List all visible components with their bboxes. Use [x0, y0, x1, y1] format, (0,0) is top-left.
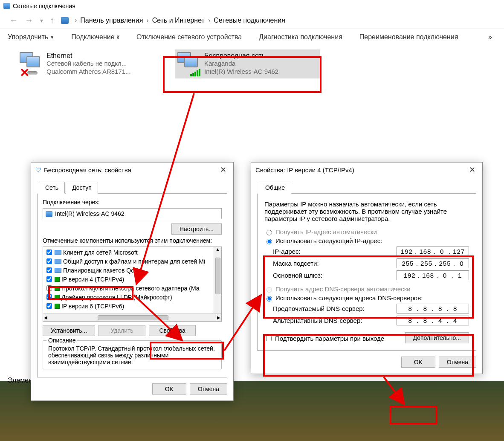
protocol-icon — [55, 250, 61, 255]
annotation-highlight-box — [390, 406, 437, 424]
protocol-icon — [55, 277, 60, 282]
tab-network[interactable]: Сеть — [39, 182, 65, 194]
dialog-title-bar: 🛡 Беспроводная сеть: свойства ✕ — [31, 162, 233, 177]
component-row-ipv4: IP версии 4 (TCP/IPv4) — [44, 275, 220, 284]
component-checkbox[interactable] — [46, 303, 52, 309]
toolbar-disable-device[interactable]: Отключение сетевого устройства — [136, 33, 242, 41]
tabs: Общие — [259, 181, 476, 194]
nav-back-icon[interactable]: ← — [9, 15, 18, 25]
tab-general[interactable]: Общие — [259, 182, 291, 194]
cancel-button[interactable]: Отмена — [190, 383, 227, 395]
nav-history-dropdown-icon[interactable]: ▾ — [40, 17, 43, 24]
truncated-text: Элемен — [8, 377, 32, 384]
install-button[interactable]: Установить... — [43, 325, 95, 336]
breadcrumb-item[interactable]: Сеть и Интернет — [152, 17, 205, 24]
svg-line-3 — [384, 377, 404, 404]
radio-auto-ip[interactable]: Получить IP-адрес автоматически — [264, 228, 469, 235]
ethernet-icon: ✕ — [20, 52, 43, 75]
configure-button[interactable]: Настроить... — [171, 223, 222, 235]
component-checkbox[interactable] — [46, 267, 52, 273]
connection-status: Сетевой кабель не подкл... — [46, 60, 131, 68]
breadcrumb-sep-icon: › — [75, 17, 77, 24]
description-title: Описание — [46, 337, 77, 344]
properties-button[interactable]: Свойства — [149, 325, 196, 336]
component-row: Планировщик пакетов QoS — [44, 266, 220, 275]
nav-up-icon[interactable]: ↑ — [50, 15, 54, 25]
intro-text: Параметры IP можно назначать автоматичес… — [264, 200, 469, 222]
ip-label: IP-адрес: — [273, 248, 397, 255]
navigation-bar: ← → ▾ ↑ › Панель управления › Сеть и Инт… — [0, 12, 504, 29]
toolbar-diagnostics[interactable]: Диагностика подключения — [259, 33, 342, 41]
annotation-highlight-box — [263, 334, 474, 377]
annotation-highlight-box — [263, 255, 474, 319]
caret-down-icon: ▼ — [50, 35, 54, 40]
protocol-icon — [55, 304, 60, 309]
close-button[interactable]: ✕ — [466, 165, 478, 174]
protocol-icon — [55, 268, 61, 273]
component-row: IP версии 6 (TCP/IPv6) — [44, 302, 220, 310]
connection-ethernet[interactable]: ✕ Ethernet Сетевой кабель не подкл... Qu… — [17, 49, 162, 78]
close-button[interactable]: ✕ — [217, 165, 229, 174]
network-adapter-icon: 🛡 — [35, 166, 41, 173]
tabs: Сеть Доступ — [39, 181, 227, 194]
toolbar-connect-to[interactable]: Подключение к — [71, 33, 119, 41]
folder-icon — [61, 17, 69, 24]
toolbar-rename[interactable]: Переименование подключения — [359, 33, 458, 41]
annotation-highlight-box — [163, 56, 322, 93]
components-label: Отмеченные компоненты используются этим … — [43, 237, 222, 244]
breadcrumb[interactable]: › Панель управления › Сеть и Интернет › … — [71, 17, 285, 24]
dialog-title: Беспроводная сеть: свойства — [44, 166, 131, 174]
nav-forward-icon[interactable]: → — [25, 15, 33, 25]
component-row: Клиент для сетей Microsoft — [44, 248, 220, 257]
radio-use-ip[interactable]: Использовать следующий IP-адрес: — [264, 237, 469, 244]
breadcrumb-sep-icon: › — [146, 17, 148, 24]
breadcrumb-sep-icon: › — [208, 17, 210, 24]
annotation-highlight-box — [150, 342, 224, 360]
adapter-display: Intel(R) Wireless-AC 9462 — [43, 208, 222, 219]
network-connections-icon — [3, 3, 10, 9]
adapter-icon — [46, 211, 52, 217]
ok-button[interactable]: OK — [152, 383, 186, 395]
component-checkbox[interactable] — [46, 276, 52, 282]
toolbar-overflow-icon[interactable]: » — [488, 33, 492, 41]
toolbar-organize[interactable]: Упорядочить▼ — [8, 33, 54, 41]
component-checkbox[interactable] — [46, 258, 52, 264]
ip-input[interactable] — [397, 247, 469, 256]
annotation-highlight-box — [48, 286, 133, 300]
horizontal-scrollbar[interactable]: ◀▶ — [43, 313, 221, 321]
cable-icon — [27, 71, 38, 75]
component-row: Общий доступ к файлам и принтерам для се… — [44, 257, 220, 266]
connection-title: Ethernet — [46, 52, 131, 60]
window-title-bar: Сетевые подключения — [0, 0, 504, 12]
vertical-scrollbar[interactable]: ▲ — [214, 247, 221, 313]
dialog-title-bar: Свойства: IP версии 4 (TCP/IPv4) ✕ — [251, 162, 482, 177]
dialog-title: Свойства: IP версии 4 (TCP/IPv4) — [255, 166, 354, 174]
window-title: Сетевые подключения — [13, 3, 75, 9]
connect-through-label: Подключение через: — [43, 199, 222, 206]
breadcrumb-item[interactable]: Панель управления — [80, 17, 143, 24]
component-checkbox[interactable] — [46, 250, 52, 255]
protocol-icon — [55, 259, 61, 264]
toolbar: Упорядочить▼ Подключение к Отключение се… — [0, 29, 504, 45]
tab-access[interactable]: Доступ — [66, 182, 98, 194]
wireless-properties-dialog: 🛡 Беспроводная сеть: свойства ✕ Сеть Дос… — [31, 162, 234, 401]
breadcrumb-item[interactable]: Сетевые подключения — [214, 17, 285, 24]
remove-button: Удалить — [98, 325, 145, 336]
components-list[interactable]: Клиент для сетей Microsoft Общий доступ … — [43, 247, 222, 322]
connection-adapter: Qualcomm Atheros AR8171... — [46, 68, 131, 76]
